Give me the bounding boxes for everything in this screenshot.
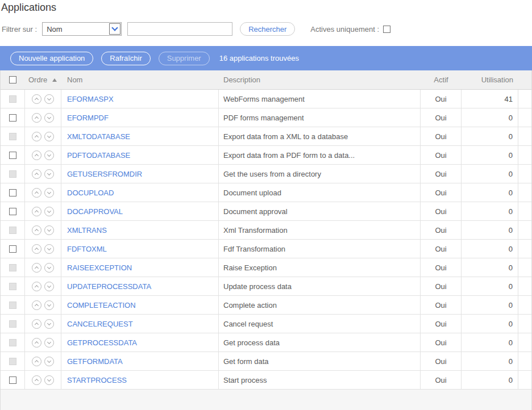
application-description: Start process — [219, 371, 421, 389]
move-down-button[interactable] — [44, 94, 54, 104]
refresh-button[interactable]: Rafraîchir — [101, 52, 150, 65]
move-down-button[interactable] — [44, 132, 54, 141]
move-up-button[interactable] — [32, 375, 41, 385]
application-active-value: Oui — [421, 127, 462, 145]
application-usage-value: 0 — [462, 202, 518, 220]
row-checkbox — [9, 227, 16, 234]
move-up-button[interactable] — [32, 113, 41, 123]
application-name-link[interactable]: XMLTODATABASE — [67, 132, 130, 141]
application-active-value: Oui — [421, 240, 462, 258]
application-usage-value: 0 — [462, 352, 518, 370]
search-input[interactable] — [127, 22, 232, 36]
chevron-up-icon — [35, 341, 39, 345]
move-up-button[interactable] — [32, 263, 41, 273]
chevron-down-icon — [47, 377, 51, 381]
chevron-up-icon — [35, 154, 39, 158]
row-checkbox[interactable] — [9, 208, 16, 215]
move-up-button[interactable] — [32, 282, 41, 291]
move-up-button[interactable] — [32, 207, 41, 216]
select-all-checkbox[interactable] — [9, 76, 16, 83]
active-only-checkbox[interactable] — [383, 26, 390, 33]
move-down-button[interactable] — [44, 263, 54, 273]
row-filler-cell — [518, 183, 531, 202]
application-description: Update process data — [219, 277, 421, 295]
chevron-down-icon — [47, 115, 51, 119]
move-down-button[interactable] — [44, 319, 54, 329]
application-active-value: Oui — [421, 90, 462, 108]
move-up-button[interactable] — [32, 338, 41, 348]
application-name-link[interactable]: COMPLETEACTION — [67, 301, 136, 309]
application-name-link[interactable]: CANCELREQUEST — [67, 320, 133, 328]
move-down-button[interactable] — [44, 225, 54, 235]
move-up-button[interactable] — [32, 225, 41, 235]
move-up-button[interactable] — [32, 357, 41, 366]
application-usage-value: 0 — [462, 146, 518, 164]
chevron-down-icon — [47, 227, 51, 231]
application-name-link[interactable]: GETUSERSFROMDIR — [67, 170, 142, 178]
move-down-button[interactable] — [44, 169, 54, 179]
table-row: RAISEEXCEPTION Raise Exception Oui 0 — [1, 258, 531, 277]
application-name-link[interactable]: EFORMPDF — [67, 114, 109, 122]
move-down-button[interactable] — [44, 338, 54, 348]
move-up-button[interactable] — [32, 169, 41, 179]
column-header-ordre[interactable]: Ordre — [25, 76, 61, 84]
row-filler-cell — [518, 165, 531, 183]
move-up-button[interactable] — [32, 188, 41, 198]
application-description: Fdf Transformation — [219, 240, 421, 258]
row-checkbox — [9, 358, 16, 365]
move-down-button[interactable] — [44, 375, 54, 385]
row-checkbox[interactable] — [9, 376, 16, 384]
application-usage-value: 0 — [462, 277, 518, 295]
application-name-link[interactable]: UPDATEPROCESSDATA — [67, 282, 151, 291]
row-checkbox[interactable] — [9, 189, 16, 196]
application-name-link[interactable]: DOCUPLOAD — [67, 189, 114, 197]
column-header-utilisation: Utilisation — [462, 76, 518, 84]
application-description: Complete action — [219, 296, 421, 314]
move-up-button[interactable] — [32, 300, 41, 310]
application-name-link[interactable]: FDFTOXML — [67, 245, 107, 253]
move-down-button[interactable] — [44, 150, 54, 160]
move-down-button[interactable] — [44, 300, 54, 310]
row-checkbox[interactable] — [9, 245, 16, 253]
row-checkbox[interactable] — [9, 114, 16, 122]
chevron-down-icon — [47, 358, 51, 362]
application-name-link[interactable]: XMLTRANS — [67, 226, 107, 235]
new-application-button[interactable]: Nouvelle application — [10, 52, 93, 65]
move-down-button[interactable] — [44, 207, 54, 216]
filter-field-select[interactable]: Nom — [42, 22, 122, 36]
application-name-link[interactable]: RAISEEXCEPTION — [67, 263, 132, 272]
move-down-button[interactable] — [44, 282, 54, 291]
chevron-down-icon — [47, 152, 51, 156]
table-row: EFORMASPX WebForms management Oui 41 — [1, 90, 531, 108]
move-up-button[interactable] — [32, 150, 41, 160]
row-checkbox[interactable] — [9, 152, 16, 159]
move-up-button[interactable] — [32, 319, 41, 329]
applications-table: Ordre Nom Description Actif Utilisation … — [0, 70, 532, 410]
table-row: UPDATEPROCESSDATA Update process data Ou… — [1, 277, 531, 296]
application-name-link[interactable]: GETPROCESSDATA — [67, 338, 137, 347]
application-name-link[interactable]: GETFORMDATA — [67, 357, 123, 366]
move-down-button[interactable] — [44, 357, 54, 366]
application-name-link[interactable]: DOCAPPROVAL — [67, 207, 123, 216]
application-name-link[interactable]: STARTPROCESS — [67, 376, 127, 384]
search-button[interactable]: Rechercher — [240, 22, 295, 36]
application-usage-value: 0 — [462, 127, 518, 145]
move-down-button[interactable] — [44, 244, 54, 254]
application-active-value: Oui — [421, 183, 462, 202]
move-down-button[interactable] — [44, 188, 54, 198]
move-up-button[interactable] — [32, 244, 41, 254]
application-name-link[interactable]: EFORMASPX — [67, 95, 114, 103]
application-active-value: Oui — [421, 165, 462, 183]
application-name-link[interactable]: PDFTODATABASE — [67, 151, 130, 160]
table-row: GETPROCESSDATA Get process data Oui 0 — [1, 333, 531, 352]
row-filler-cell — [518, 202, 531, 220]
move-down-button[interactable] — [44, 113, 54, 123]
chevron-up-icon — [35, 229, 39, 233]
move-up-button[interactable] — [32, 94, 41, 104]
chevron-up-icon — [35, 248, 39, 252]
move-up-button[interactable] — [32, 132, 41, 141]
application-description: Document upload — [219, 183, 421, 202]
row-checkbox — [9, 170, 16, 178]
results-count: 16 applications trouvées — [219, 54, 299, 62]
chevron-down-icon — [47, 283, 51, 287]
